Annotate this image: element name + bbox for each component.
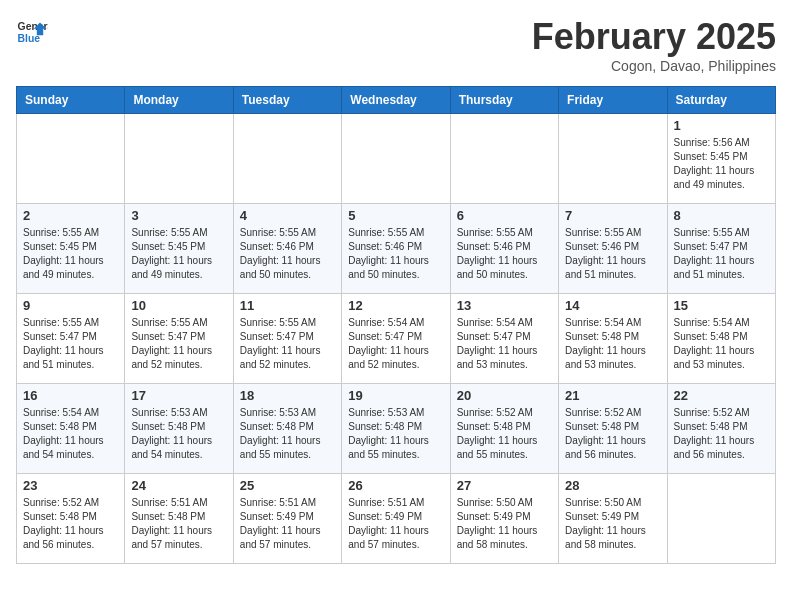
day-of-week-header: Friday [559,87,667,114]
day-info: Sunrise: 5:54 AM Sunset: 5:48 PM Dayligh… [674,316,769,372]
calendar-cell: 25Sunrise: 5:51 AM Sunset: 5:49 PM Dayli… [233,474,341,564]
calendar-cell: 17Sunrise: 5:53 AM Sunset: 5:48 PM Dayli… [125,384,233,474]
day-number: 6 [457,208,552,223]
day-info: Sunrise: 5:53 AM Sunset: 5:48 PM Dayligh… [348,406,443,462]
calendar-cell: 1Sunrise: 5:56 AM Sunset: 5:45 PM Daylig… [667,114,775,204]
calendar-cell [17,114,125,204]
calendar-cell [233,114,341,204]
day-of-week-header: Tuesday [233,87,341,114]
day-info: Sunrise: 5:54 AM Sunset: 5:48 PM Dayligh… [23,406,118,462]
day-number: 12 [348,298,443,313]
day-number: 26 [348,478,443,493]
calendar-cell: 16Sunrise: 5:54 AM Sunset: 5:48 PM Dayli… [17,384,125,474]
calendar-cell: 14Sunrise: 5:54 AM Sunset: 5:48 PM Dayli… [559,294,667,384]
day-number: 4 [240,208,335,223]
day-info: Sunrise: 5:52 AM Sunset: 5:48 PM Dayligh… [565,406,660,462]
calendar-cell: 22Sunrise: 5:52 AM Sunset: 5:48 PM Dayli… [667,384,775,474]
day-number: 17 [131,388,226,403]
day-number: 3 [131,208,226,223]
day-info: Sunrise: 5:51 AM Sunset: 5:49 PM Dayligh… [348,496,443,552]
calendar-cell: 11Sunrise: 5:55 AM Sunset: 5:47 PM Dayli… [233,294,341,384]
calendar-cell: 8Sunrise: 5:55 AM Sunset: 5:47 PM Daylig… [667,204,775,294]
day-info: Sunrise: 5:55 AM Sunset: 5:47 PM Dayligh… [131,316,226,372]
day-info: Sunrise: 5:50 AM Sunset: 5:49 PM Dayligh… [457,496,552,552]
calendar-week-row: 9Sunrise: 5:55 AM Sunset: 5:47 PM Daylig… [17,294,776,384]
month-year-title: February 2025 [532,16,776,58]
calendar-cell: 26Sunrise: 5:51 AM Sunset: 5:49 PM Dayli… [342,474,450,564]
day-info: Sunrise: 5:55 AM Sunset: 5:46 PM Dayligh… [457,226,552,282]
day-of-week-header: Thursday [450,87,558,114]
day-number: 27 [457,478,552,493]
day-info: Sunrise: 5:53 AM Sunset: 5:48 PM Dayligh… [240,406,335,462]
day-info: Sunrise: 5:52 AM Sunset: 5:48 PM Dayligh… [457,406,552,462]
calendar-cell: 6Sunrise: 5:55 AM Sunset: 5:46 PM Daylig… [450,204,558,294]
day-info: Sunrise: 5:51 AM Sunset: 5:48 PM Dayligh… [131,496,226,552]
day-number: 24 [131,478,226,493]
day-info: Sunrise: 5:56 AM Sunset: 5:45 PM Dayligh… [674,136,769,192]
day-info: Sunrise: 5:54 AM Sunset: 5:47 PM Dayligh… [348,316,443,372]
day-info: Sunrise: 5:50 AM Sunset: 5:49 PM Dayligh… [565,496,660,552]
calendar-cell: 3Sunrise: 5:55 AM Sunset: 5:45 PM Daylig… [125,204,233,294]
day-number: 2 [23,208,118,223]
day-info: Sunrise: 5:55 AM Sunset: 5:47 PM Dayligh… [23,316,118,372]
day-info: Sunrise: 5:55 AM Sunset: 5:45 PM Dayligh… [23,226,118,282]
day-number: 18 [240,388,335,403]
calendar-cell [125,114,233,204]
day-number: 21 [565,388,660,403]
calendar-cell: 21Sunrise: 5:52 AM Sunset: 5:48 PM Dayli… [559,384,667,474]
calendar-cell: 28Sunrise: 5:50 AM Sunset: 5:49 PM Dayli… [559,474,667,564]
day-number: 1 [674,118,769,133]
calendar-week-row: 23Sunrise: 5:52 AM Sunset: 5:48 PM Dayli… [17,474,776,564]
calendar-cell: 5Sunrise: 5:55 AM Sunset: 5:46 PM Daylig… [342,204,450,294]
calendar-cell [450,114,558,204]
day-number: 7 [565,208,660,223]
day-number: 13 [457,298,552,313]
day-of-week-header: Sunday [17,87,125,114]
calendar-header-row: SundayMondayTuesdayWednesdayThursdayFrid… [17,87,776,114]
day-info: Sunrise: 5:52 AM Sunset: 5:48 PM Dayligh… [23,496,118,552]
day-info: Sunrise: 5:55 AM Sunset: 5:47 PM Dayligh… [240,316,335,372]
day-info: Sunrise: 5:55 AM Sunset: 5:46 PM Dayligh… [240,226,335,282]
day-number: 16 [23,388,118,403]
day-number: 19 [348,388,443,403]
day-of-week-header: Wednesday [342,87,450,114]
calendar-cell: 15Sunrise: 5:54 AM Sunset: 5:48 PM Dayli… [667,294,775,384]
day-info: Sunrise: 5:55 AM Sunset: 5:46 PM Dayligh… [348,226,443,282]
calendar-cell: 23Sunrise: 5:52 AM Sunset: 5:48 PM Dayli… [17,474,125,564]
day-number: 25 [240,478,335,493]
title-block: February 2025 Cogon, Davao, Philippines [532,16,776,74]
calendar-cell: 2Sunrise: 5:55 AM Sunset: 5:45 PM Daylig… [17,204,125,294]
day-number: 15 [674,298,769,313]
day-of-week-header: Monday [125,87,233,114]
calendar-cell: 7Sunrise: 5:55 AM Sunset: 5:46 PM Daylig… [559,204,667,294]
day-number: 22 [674,388,769,403]
calendar-cell [559,114,667,204]
calendar-cell: 20Sunrise: 5:52 AM Sunset: 5:48 PM Dayli… [450,384,558,474]
day-number: 23 [23,478,118,493]
day-number: 20 [457,388,552,403]
logo: General Blue [16,16,48,48]
page-header: General Blue February 2025 Cogon, Davao,… [16,16,776,74]
calendar-cell [667,474,775,564]
calendar-cell: 4Sunrise: 5:55 AM Sunset: 5:46 PM Daylig… [233,204,341,294]
calendar-cell [342,114,450,204]
calendar-week-row: 1Sunrise: 5:56 AM Sunset: 5:45 PM Daylig… [17,114,776,204]
day-number: 9 [23,298,118,313]
day-info: Sunrise: 5:55 AM Sunset: 5:47 PM Dayligh… [674,226,769,282]
day-info: Sunrise: 5:53 AM Sunset: 5:48 PM Dayligh… [131,406,226,462]
calendar-week-row: 2Sunrise: 5:55 AM Sunset: 5:45 PM Daylig… [17,204,776,294]
day-info: Sunrise: 5:51 AM Sunset: 5:49 PM Dayligh… [240,496,335,552]
day-info: Sunrise: 5:52 AM Sunset: 5:48 PM Dayligh… [674,406,769,462]
calendar-table: SundayMondayTuesdayWednesdayThursdayFrid… [16,86,776,564]
day-info: Sunrise: 5:54 AM Sunset: 5:48 PM Dayligh… [565,316,660,372]
location-subtitle: Cogon, Davao, Philippines [532,58,776,74]
day-of-week-header: Saturday [667,87,775,114]
day-number: 28 [565,478,660,493]
calendar-cell: 27Sunrise: 5:50 AM Sunset: 5:49 PM Dayli… [450,474,558,564]
day-info: Sunrise: 5:55 AM Sunset: 5:45 PM Dayligh… [131,226,226,282]
calendar-cell: 24Sunrise: 5:51 AM Sunset: 5:48 PM Dayli… [125,474,233,564]
day-number: 14 [565,298,660,313]
calendar-cell: 18Sunrise: 5:53 AM Sunset: 5:48 PM Dayli… [233,384,341,474]
calendar-week-row: 16Sunrise: 5:54 AM Sunset: 5:48 PM Dayli… [17,384,776,474]
day-number: 5 [348,208,443,223]
